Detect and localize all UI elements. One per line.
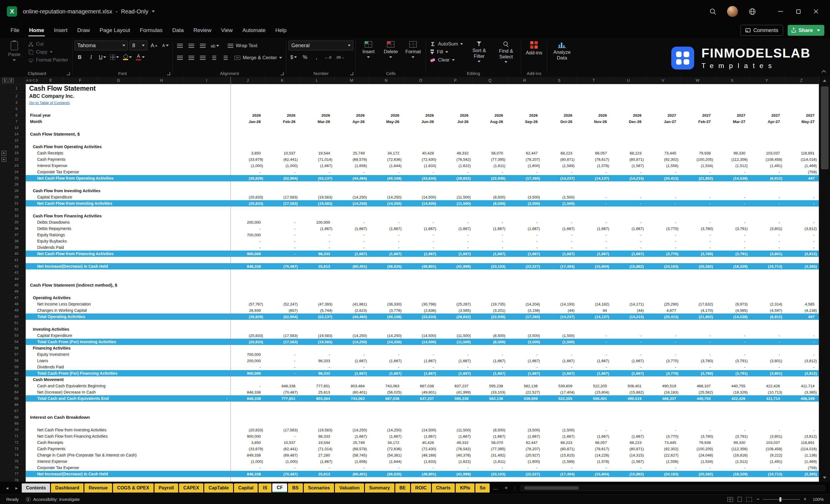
cell-y-75[interactable]: (1,491) <box>749 458 784 465</box>
cell-p-48[interactable]: (25,267) <box>438 301 473 307</box>
cell-o-6[interactable]: 2026 <box>404 112 438 119</box>
cell-q-49[interactable]: (3,201) <box>473 307 507 314</box>
cell-p-72[interactable]: 49,332 <box>438 439 473 446</box>
cell-u-57[interactable]: - <box>611 351 646 357</box>
cell-n-54[interactable]: (14,250) <box>369 339 404 345</box>
row-19-label[interactable]: Cash Receipts <box>26 150 230 156</box>
cell-w-74[interactable]: (24,048) <box>680 452 715 458</box>
cell-n-7[interactable]: May-26 <box>369 119 404 125</box>
cell-q-39[interactable]: - <box>473 244 507 251</box>
cell-o-72[interactable]: 40,428 <box>404 439 438 446</box>
font-dialog-launcher-icon[interactable] <box>167 72 170 75</box>
cell-y-76[interactable]: - <box>749 465 784 471</box>
cell-m-6[interactable]: 2026 <box>334 112 369 119</box>
cell-v-64[interactable]: (24,183) <box>646 389 680 395</box>
cell-k-35[interactable]: - <box>265 219 300 225</box>
row-50-label[interactable]: Total Operating Activities <box>26 314 230 320</box>
cell-j-40[interactable]: 900,000 <box>230 251 265 257</box>
cell-p-31[interactable]: (11,500) <box>438 200 473 207</box>
cell-z-77[interactable]: (3,365) <box>784 471 819 477</box>
align-top-button[interactable] <box>175 41 185 50</box>
column-header-m[interactable]: M <box>334 77 369 84</box>
cell-r-48[interactable]: (14,204) <box>507 301 542 307</box>
cell-o-76[interactable]: - <box>404 465 438 471</box>
cell-v-38[interactable]: - <box>646 238 680 244</box>
cell-k-77[interactable]: (70,487) <box>265 471 300 477</box>
cell-q-37[interactable]: - <box>473 232 507 238</box>
row-header-29[interactable]: 29 <box>7 194 26 200</box>
cell-y-74[interactable]: (9,222) <box>749 452 784 458</box>
cell-t-48[interactable]: (14,182) <box>577 301 611 307</box>
cell-u-35[interactable]: - <box>611 219 646 225</box>
cell-m-75[interactable]: (1,656) <box>334 458 369 465</box>
sheet-tab-is[interactable]: IS <box>259 483 272 493</box>
cell-o-60[interactable]: (1,667) <box>404 370 438 376</box>
cell-k-40[interactable]: - <box>265 251 300 257</box>
cell-v-23[interactable]: (1,556) <box>646 162 680 169</box>
cell-w-76[interactable]: - <box>680 465 715 471</box>
cell-k-22[interactable]: (62,441) <box>265 156 300 162</box>
row-header-14[interactable]: 14 <box>7 131 26 137</box>
cell-r-23[interactable]: (1,600) <box>507 162 542 169</box>
row-22-label[interactable]: Cash Payments <box>26 156 230 162</box>
row-header-52[interactable]: 52 <box>7 326 26 333</box>
row-header-35[interactable]: 35 <box>7 219 26 225</box>
cell-o-73[interactable]: (72,430) <box>404 446 438 452</box>
row-49-label[interactable]: Changes in Working Capital <box>26 307 230 314</box>
cell-y-23[interactable]: (1,491) <box>749 162 784 169</box>
cell-o-50[interactable]: (33,634) <box>404 314 438 320</box>
cell-t-65[interactable]: 506,401 <box>577 395 611 402</box>
cell-q-60[interactable]: (1,667) <box>473 370 507 376</box>
fill-button[interactable]: Fill <box>428 49 465 56</box>
cell-j-70[interactable]: (20,833) <box>230 427 265 433</box>
sheet-tab-charts[interactable]: Charts <box>432 483 455 493</box>
number-dialog-launcher-icon[interactable] <box>350 72 353 75</box>
decrease-decimal-button[interactable]: .00→ <box>334 53 346 62</box>
cell-u-54[interactable]: - <box>611 339 646 345</box>
cell-y-54[interactable]: - <box>749 339 784 345</box>
cell-p-40[interactable]: (1,667) <box>438 251 473 257</box>
row-header-74[interactable]: 74 <box>7 452 26 458</box>
cell-z-53[interactable]: - <box>784 333 819 339</box>
column-header-n[interactable]: N <box>369 77 404 84</box>
addins-button[interactable]: Add-ins <box>523 39 545 58</box>
cell-z-59[interactable]: - <box>784 364 819 370</box>
cell-r-39[interactable]: - <box>507 244 542 251</box>
cell-t-39[interactable]: - <box>577 244 611 251</box>
cell-y-58[interactable]: (3,801) <box>749 357 784 364</box>
cell-z-38[interactable]: - <box>784 238 819 244</box>
cell-v-71[interactable]: (3,770) <box>646 433 680 439</box>
align-center-button[interactable] <box>187 53 196 62</box>
cell-x-39[interactable]: - <box>715 244 749 251</box>
row-32-label[interactable] <box>26 207 230 213</box>
sheet-tab-bs[interactable]: BS <box>288 483 303 493</box>
row-43-label[interactable] <box>26 270 230 276</box>
cell-m-35[interactable]: - <box>334 219 369 225</box>
cell-q-38[interactable]: - <box>473 238 507 244</box>
cell-s-73[interactable]: (80,871) <box>542 446 577 452</box>
align-middle-button[interactable] <box>187 41 196 50</box>
cell-n-37[interactable]: - <box>369 232 404 238</box>
cell-x-73[interactable]: (112,356) <box>715 446 749 452</box>
cell-j-35[interactable]: 200,000 <box>230 219 265 225</box>
cell-s-36[interactable]: (1,667) <box>542 225 577 232</box>
cell-t-40[interactable]: (1,667) <box>577 251 611 257</box>
paste-button[interactable]: Paste <box>4 39 25 63</box>
cell-r-75[interactable]: (1,600) <box>507 458 542 465</box>
cell-m-37[interactable]: - <box>334 232 369 238</box>
column-header-p[interactable]: P <box>438 77 473 84</box>
row-67-label[interactable] <box>26 408 230 414</box>
sheet-tab-be[interactable]: BE <box>395 483 410 493</box>
row-header-59[interactable]: 59 <box>7 364 26 370</box>
cell-t-25[interactable]: (14,137) <box>577 175 611 181</box>
cell-m-76[interactable]: - <box>334 465 369 471</box>
cell-w-38[interactable]: - <box>680 238 715 244</box>
ribbon-tab-data[interactable]: Data <box>167 23 189 38</box>
cell-k-65[interactable]: 777,851 <box>265 395 300 402</box>
row-47-label[interactable]: Operating Activities <box>26 295 230 301</box>
row-header-54[interactable]: 54 <box>7 339 26 345</box>
row-header-43[interactable]: 43 <box>7 270 26 276</box>
cell-k-24[interactable]: - <box>265 169 300 175</box>
cell-j-50[interactable]: (30,829) <box>230 314 265 320</box>
cell-k-37[interactable]: - <box>265 232 300 238</box>
